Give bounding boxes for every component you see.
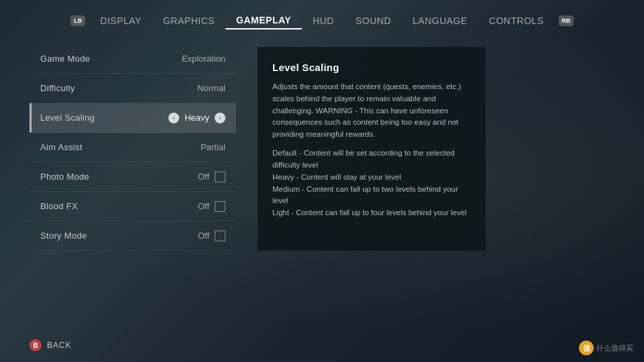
b-button[interactable]: B bbox=[30, 339, 42, 351]
level-scaling-right-arrow[interactable]: › bbox=[215, 113, 225, 123]
game-mode-value: Exploration bbox=[182, 54, 225, 64]
level-scaling-value: ‹ Heavy › bbox=[168, 113, 225, 123]
setting-photo-mode[interactable]: Photo Mode Off bbox=[30, 162, 236, 192]
info-title: Level Scaling bbox=[272, 62, 471, 73]
photo-mode-value: Off bbox=[198, 172, 225, 182]
setting-aim-assist[interactable]: Aim Assist Partial bbox=[30, 133, 236, 162]
watermark-icon: 值 bbox=[579, 341, 594, 355]
bottom-bar: B BACK bbox=[30, 339, 72, 351]
story-mode-checkbox[interactable] bbox=[215, 231, 225, 241]
aim-assist-label: Aim Assist bbox=[40, 142, 83, 152]
info-body: Adjusts the amount that content (quests,… bbox=[272, 81, 471, 219]
top-navigation: LB Display Graphics Gameplay HUD Sound L… bbox=[0, 0, 644, 38]
tab-gameplay[interactable]: Gameplay bbox=[225, 12, 302, 29]
tab-hud[interactable]: HUD bbox=[302, 13, 345, 29]
photo-mode-text: Off bbox=[198, 172, 209, 182]
main-content: Game Mode Exploration Difficulty Normal … bbox=[0, 38, 644, 257]
game-mode-label: Game Mode bbox=[40, 54, 90, 64]
lb-button[interactable]: LB bbox=[70, 15, 85, 26]
level-scaling-label: Level Scaling bbox=[40, 113, 95, 123]
setting-blood-fx[interactable]: Blood FX Off bbox=[30, 192, 236, 221]
rb-button[interactable]: RB bbox=[559, 15, 574, 26]
story-mode-text: Off bbox=[198, 231, 209, 241]
setting-story-mode[interactable]: Story Mode Off bbox=[30, 221, 236, 251]
info-panel: Level Scaling Adjusts the amount that co… bbox=[258, 47, 486, 251]
difficulty-label: Difficulty bbox=[40, 83, 75, 93]
blood-fx-text: Off bbox=[198, 201, 209, 211]
tab-controls[interactable]: Controls bbox=[478, 13, 555, 29]
tab-sound[interactable]: Sound bbox=[345, 13, 402, 29]
tab-graphics[interactable]: Graphics bbox=[152, 13, 225, 29]
photo-mode-checkbox[interactable] bbox=[215, 172, 225, 182]
watermark-text: 什么值得买 bbox=[596, 343, 633, 353]
aim-assist-value: Partial bbox=[201, 142, 225, 152]
story-mode-value: Off bbox=[198, 231, 225, 241]
settings-panel: Game Mode Exploration Difficulty Normal … bbox=[30, 44, 236, 251]
blood-fx-value: Off bbox=[198, 201, 225, 212]
setting-game-mode[interactable]: Game Mode Exploration bbox=[30, 44, 236, 74]
blood-fx-label: Blood FX bbox=[40, 201, 78, 211]
tab-language[interactable]: Language bbox=[402, 13, 478, 29]
setting-difficulty[interactable]: Difficulty Normal bbox=[30, 74, 236, 103]
difficulty-value: Normal bbox=[197, 83, 225, 93]
tab-display[interactable]: Display bbox=[89, 13, 152, 29]
level-scaling-current-value: Heavy bbox=[184, 113, 209, 123]
info-paragraph-1: Adjusts the amount that content (quests,… bbox=[272, 81, 471, 141]
watermark: 值 什么值得买 bbox=[579, 341, 633, 355]
setting-level-scaling[interactable]: Level Scaling ‹ Heavy › bbox=[30, 103, 236, 133]
back-label: BACK bbox=[47, 341, 72, 350]
level-scaling-left-arrow[interactable]: ‹ bbox=[168, 113, 179, 123]
blood-fx-checkbox[interactable] bbox=[215, 201, 225, 212]
info-paragraph-2: Default - Content will be set according … bbox=[272, 147, 471, 219]
story-mode-label: Story Mode bbox=[40, 231, 87, 241]
photo-mode-label: Photo Mode bbox=[40, 172, 89, 182]
